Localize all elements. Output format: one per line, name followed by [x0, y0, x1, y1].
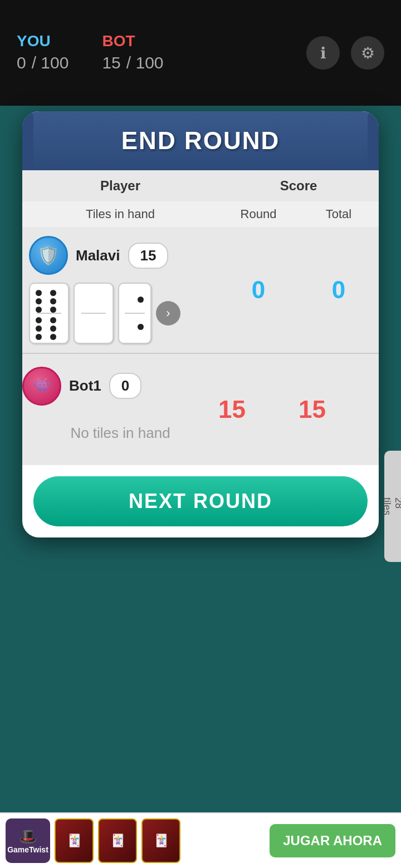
- header-actions: ℹ ⚙: [306, 36, 384, 70]
- modal-banner: END ROUND: [22, 111, 379, 170]
- player-row: 🛡️ Malavi 15: [22, 227, 379, 353]
- col-score: Score: [218, 170, 379, 201]
- player-round-score-cell: 0: [218, 227, 299, 353]
- dot: [50, 307, 56, 313]
- dot: [36, 334, 42, 340]
- ad-card-2: 🃏: [98, 818, 137, 863]
- dot: [50, 298, 56, 304]
- player-round-score: 0: [252, 276, 265, 303]
- score-table: Player Score Tiles in hand Round Total 🛡…: [22, 170, 379, 465]
- dot: [50, 317, 56, 323]
- ad-cta-button[interactable]: JUGAR AHORA: [270, 824, 395, 857]
- domino-bottom-blank: [78, 315, 109, 338]
- bot-total-score-cell: 15: [299, 354, 379, 465]
- dot: [50, 290, 56, 296]
- no-tiles-message: No tiles in hand: [22, 413, 218, 453]
- player-avatar: 🛡️: [29, 236, 68, 275]
- sub-total: Total: [299, 201, 379, 227]
- bot-round-score-cell: 15: [218, 354, 299, 465]
- you-max: / 100: [32, 53, 69, 72]
- bot-avatar: 👾: [22, 367, 61, 406]
- player-tiles: ›: [29, 283, 212, 344]
- player-tile-cell: 🛡️ Malavi 15: [22, 227, 218, 353]
- dot: [138, 324, 144, 330]
- settings-icon: ⚙: [361, 44, 375, 62]
- domino-divider: [37, 313, 62, 314]
- ad-banner: 🎩 GameTwist 🃏 🃏 🃏 JUGAR AHORA: [0, 812, 401, 868]
- domino-top-3: [123, 288, 147, 311]
- domino-tile-1: [29, 283, 69, 344]
- domino-divider: [81, 313, 106, 314]
- bot-score-block: BOT 15 / 100: [102, 32, 163, 73]
- bot-max: / 100: [126, 53, 164, 72]
- domino-top: [33, 288, 65, 311]
- you-label: YOU: [17, 32, 51, 50]
- bot-tile-count: 0: [109, 373, 141, 399]
- info-button[interactable]: ℹ: [306, 36, 340, 70]
- player-tile-count: 15: [128, 243, 169, 269]
- end-round-modal: END ROUND Player Score Tiles in hand Rou…: [22, 111, 379, 537]
- dot: [138, 297, 144, 303]
- player-info: 🛡️ Malavi 15: [29, 236, 212, 275]
- dot: [50, 334, 56, 340]
- bot-tile-cell: 👾 Bot1 0 No tiles in hand: [22, 354, 218, 465]
- you-score: 0: [17, 53, 26, 72]
- bot-row: 👾 Bot1 0 No tiles in hand 15 15: [22, 354, 379, 465]
- dot: [36, 326, 42, 332]
- settings-button[interactable]: ⚙: [351, 36, 384, 70]
- header-bar: YOU 0 / 100 BOT 15 / 100 ℹ ⚙: [0, 0, 401, 106]
- dot: [36, 307, 42, 313]
- domino-divider: [125, 313, 144, 314]
- modal-title: END ROUND: [33, 127, 368, 155]
- bot-name: Bot1: [69, 377, 101, 394]
- domino-bottom: [33, 315, 65, 338]
- more-tiles-button[interactable]: ›: [156, 301, 180, 326]
- modal-overlay: END ROUND Player Score Tiles in hand Rou…: [0, 106, 401, 812]
- you-score-line: 0 / 100: [17, 50, 69, 73]
- bot-total-score: 15: [299, 396, 326, 423]
- player-total-score-cell: 0: [299, 227, 379, 353]
- you-score-block: YOU 0 / 100: [17, 32, 69, 73]
- ad-logo: 🎩 GameTwist: [6, 818, 50, 863]
- bot-label: BOT: [102, 32, 135, 50]
- next-round-button[interactable]: NEXT ROUND: [33, 476, 368, 526]
- side-text: 28tiles: [381, 497, 401, 515]
- dot: [36, 290, 42, 296]
- col-player: Player: [22, 170, 218, 201]
- side-tile-info: 28tiles: [384, 451, 401, 562]
- sub-tiles: Tiles in hand: [22, 201, 218, 227]
- player-total-score: 0: [332, 276, 345, 303]
- ad-card-3: 🃏: [141, 818, 180, 863]
- domino-tile-3: [118, 283, 151, 344]
- bot-info: 👾 Bot1 0: [22, 367, 218, 406]
- dot: [36, 298, 42, 304]
- bot-score-line: 15 / 100: [102, 50, 163, 73]
- domino-tile-2: [74, 283, 114, 344]
- ad-brand: GameTwist: [7, 845, 48, 854]
- dot: [50, 326, 56, 332]
- domino-bottom-3: [123, 315, 147, 338]
- dot: [36, 317, 42, 323]
- player-name: Malavi: [76, 247, 120, 264]
- ad-card-1: 🃏: [55, 818, 94, 863]
- bot-score: 15: [102, 53, 120, 72]
- domino-top-blank: [78, 288, 109, 311]
- bot-round-score: 15: [218, 396, 246, 423]
- sub-round: Round: [218, 201, 299, 227]
- info-icon: ℹ: [320, 44, 326, 62]
